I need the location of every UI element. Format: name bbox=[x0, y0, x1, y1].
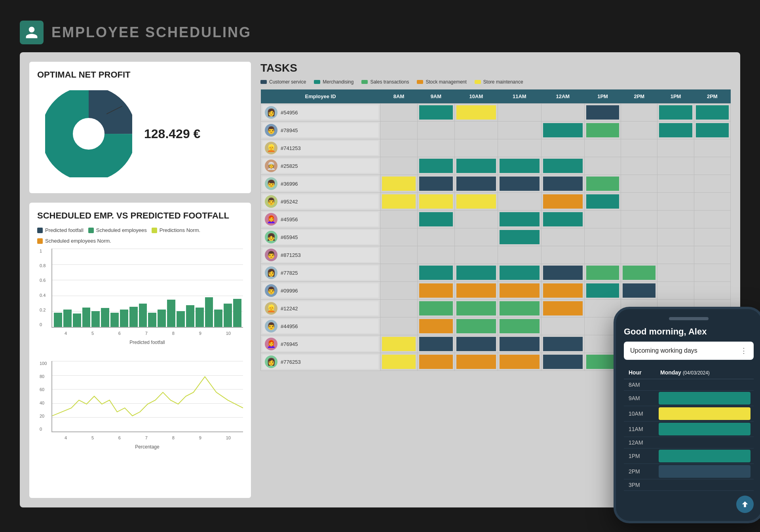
cell-block bbox=[419, 283, 453, 298]
phone-greeting: Good morning, Alex bbox=[624, 327, 754, 337]
phone-task-cell bbox=[656, 479, 754, 491]
cell-block bbox=[382, 337, 416, 351]
emp-cell: 👨#44956 bbox=[262, 319, 378, 333]
task-cell bbox=[498, 282, 541, 300]
phone-task-cell bbox=[656, 391, 754, 406]
phone-fab[interactable] bbox=[736, 496, 754, 513]
emp-cell: 👩#77825 bbox=[262, 266, 378, 280]
task-cell bbox=[541, 300, 584, 317]
legend-customer-service: Customer service bbox=[260, 79, 306, 85]
phone-schedule-row: 3PM bbox=[624, 479, 754, 491]
cell-block bbox=[623, 141, 656, 155]
cell-block bbox=[659, 230, 692, 244]
task-cell bbox=[417, 175, 454, 193]
task-cell bbox=[498, 264, 541, 282]
arrow-up-icon bbox=[741, 500, 749, 509]
time-col-1pm-2: 1PM bbox=[657, 89, 694, 104]
task-cell bbox=[694, 282, 730, 300]
task-cell bbox=[657, 122, 694, 139]
tasks-title: TASKS bbox=[260, 62, 731, 74]
cell-block bbox=[543, 301, 583, 315]
task-cell bbox=[584, 193, 621, 211]
cell-block bbox=[659, 283, 692, 298]
task-cell bbox=[541, 157, 584, 175]
table-row: 👨#09996 bbox=[261, 282, 731, 300]
emp-id-text: #36996 bbox=[281, 181, 298, 187]
cell-block bbox=[543, 212, 583, 226]
scheduled-card: SCHEDULED EMP. vs PREDICTED FOOTFALL Pre… bbox=[29, 203, 251, 498]
cell-block bbox=[419, 194, 453, 209]
emp-avatar: 👩‍🦰 bbox=[265, 213, 277, 226]
cell-block bbox=[500, 301, 539, 315]
task-cell bbox=[380, 211, 418, 228]
task-cell bbox=[417, 264, 454, 282]
cell-block bbox=[543, 248, 583, 262]
task-cell bbox=[694, 104, 730, 122]
cell-block bbox=[382, 355, 416, 369]
emp-avatar: 👨 bbox=[265, 124, 277, 137]
dropdown-dots-icon[interactable]: ⋮ bbox=[740, 346, 747, 355]
emp-id-text: #871253 bbox=[281, 252, 301, 258]
task-cell bbox=[498, 246, 541, 264]
cell-block bbox=[419, 177, 453, 191]
table-row: 👨#78945 bbox=[261, 122, 731, 139]
emp-id-text: #54956 bbox=[281, 110, 298, 116]
task-cell bbox=[454, 157, 498, 175]
emp-avatar: 👱 bbox=[265, 302, 277, 315]
task-cell bbox=[621, 211, 657, 228]
cell-block bbox=[543, 177, 583, 191]
task-cell bbox=[498, 193, 541, 211]
line-y-labels: 100806040200 bbox=[40, 361, 47, 431]
cell-block bbox=[696, 159, 729, 173]
task-cell bbox=[498, 139, 541, 157]
phone-schedule-row: 10AM bbox=[624, 406, 754, 422]
task-cell bbox=[584, 122, 621, 139]
legend-sales: Sales transactions bbox=[361, 79, 409, 85]
task-cell bbox=[454, 122, 498, 139]
cell-block bbox=[456, 283, 496, 298]
task-cell bbox=[541, 139, 584, 157]
phone-schedule-row: 11AM bbox=[624, 422, 754, 437]
legend-sched-norm: Scheduled employees Norm. bbox=[37, 238, 111, 244]
phone-schedule-row: 2PM bbox=[624, 464, 754, 479]
task-cell bbox=[621, 282, 657, 300]
emp-id-text: #76945 bbox=[281, 341, 298, 347]
cell-block bbox=[382, 283, 416, 298]
task-cell bbox=[417, 228, 454, 246]
cell-block bbox=[586, 230, 619, 244]
emp-cell: 👩‍🦰#76945 bbox=[262, 337, 378, 351]
emp-cell: 👨#78945 bbox=[262, 123, 378, 137]
emp-id-text: #44956 bbox=[281, 323, 298, 329]
phone-date-label: (04/03/2024) bbox=[683, 370, 710, 376]
cell-block bbox=[500, 212, 539, 226]
emp-cell: 👧#65945 bbox=[262, 230, 378, 244]
phone-dropdown-text: Upcoming working days bbox=[630, 347, 697, 354]
cell-block bbox=[586, 141, 619, 155]
cell-block bbox=[696, 141, 729, 155]
cell-block bbox=[500, 266, 539, 280]
emp-cell: 👨#95242 bbox=[262, 194, 378, 209]
time-col-1pm: 1PM bbox=[584, 89, 621, 104]
time-col-9am: 9AM bbox=[417, 89, 454, 104]
task-cell bbox=[694, 228, 730, 246]
task-cell bbox=[621, 104, 657, 122]
emp-id-text: #77825 bbox=[281, 270, 298, 276]
task-cell bbox=[541, 175, 584, 193]
task-cell bbox=[694, 193, 730, 211]
task-cell bbox=[454, 317, 498, 335]
task-cell bbox=[584, 246, 621, 264]
cell-block bbox=[543, 266, 583, 280]
task-cell bbox=[417, 157, 454, 175]
phone-schedule-row: 9AM bbox=[624, 391, 754, 406]
time-col-2pm-2: 2PM bbox=[694, 89, 730, 104]
task-cell bbox=[694, 122, 730, 139]
table-row: 👧#65945 bbox=[261, 228, 731, 246]
legend-merchandising: Merchandising bbox=[314, 79, 353, 85]
phone-dropdown[interactable]: Upcoming working days ⋮ bbox=[624, 342, 754, 360]
cell-block bbox=[623, 159, 656, 173]
task-cell bbox=[621, 193, 657, 211]
task-cell bbox=[657, 157, 694, 175]
task-cell bbox=[621, 122, 657, 139]
cell-block bbox=[586, 301, 619, 315]
chart-legend-1: Predicted footfall Scheduled employees P… bbox=[37, 227, 243, 244]
